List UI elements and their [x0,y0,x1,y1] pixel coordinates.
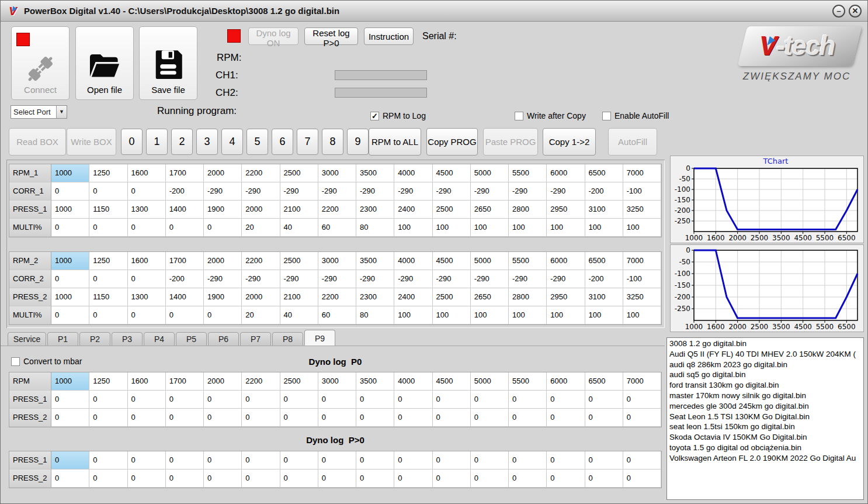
table-cell[interactable]: 0 [128,219,166,237]
digit-4-button[interactable]: 4 [221,129,243,155]
table-cell[interactable]: 2200 [242,372,280,391]
table-cell[interactable]: 0 [204,306,242,325]
table-cell[interactable]: 100 [585,306,623,325]
table-cell[interactable]: -290 [509,182,547,201]
write-box-button[interactable]: Write BOX [67,128,116,156]
table-cell[interactable]: 0 [204,470,242,488]
table-cell[interactable]: 0 [166,306,204,325]
table-cell[interactable]: 0 [471,451,509,470]
table-cell[interactable]: 2000 [242,288,280,306]
table-cell[interactable]: -290 [318,270,356,288]
table-cell[interactable]: 1700 [166,252,204,270]
table-cell[interactable]: 6000 [547,372,585,391]
close-icon[interactable]: ✕ [849,5,862,18]
table-cell[interactable]: 0 [356,391,394,409]
table-cell[interactable]: 1300 [128,288,166,306]
table-cell[interactable]: -200 [585,182,623,201]
table-cell[interactable]: 1000 [51,252,89,270]
table-cell[interactable]: 0 [51,219,89,237]
table-cell[interactable]: 0 [356,451,394,470]
table-cell[interactable]: 20 [242,219,280,237]
table-cell[interactable]: 2200 [318,201,356,219]
paste-prog-button[interactable]: Paste PROG [483,128,538,156]
table-cell[interactable]: 100 [623,219,661,237]
table-cell[interactable]: 6000 [547,164,585,182]
copy-prog-button[interactable]: Copy PROG [426,128,478,156]
table-cell[interactable]: 100 [394,306,432,325]
table-cell[interactable]: 3000 [318,252,356,270]
table-cell[interactable]: 2200 [318,288,356,306]
table-cell[interactable]: 6000 [547,252,585,270]
table-cell[interactable]: 2800 [509,201,547,219]
copy-1-to-2-button[interactable]: Copy 1->2 [543,128,596,156]
table-cell[interactable]: 0 [242,451,280,470]
table-cell[interactable]: 0 [356,409,394,427]
table-cell[interactable]: 0 [623,470,661,488]
tab-p3[interactable]: P3 [112,332,143,346]
file-list-item[interactable]: master 170km nowy silnik go digital.bin [669,391,863,401]
table-cell[interactable]: -290 [433,182,471,201]
table-cell[interactable]: 0 [623,409,661,427]
table-cell[interactable]: 0 [128,470,166,488]
table-cell[interactable]: 2500 [280,252,318,270]
table-cell[interactable]: 0 [128,306,166,325]
table-cell[interactable]: 0 [242,391,280,409]
table-cell[interactable]: -200 [585,270,623,288]
table-cell[interactable]: 0 [280,409,318,427]
tab-p4[interactable]: P4 [144,332,175,346]
table-cell[interactable]: 2650 [471,288,509,306]
digit-7-button[interactable]: 7 [297,129,318,155]
tab-p9[interactable]: P9 [304,330,335,346]
table-cell[interactable]: 2800 [509,288,547,306]
table-cell[interactable]: 0 [547,391,585,409]
table-cell[interactable]: -290 [242,182,280,201]
table-cell[interactable]: 0 [51,470,89,488]
table-cell[interactable]: 5000 [471,372,509,391]
table-cell[interactable]: 2500 [433,288,471,306]
table-cell[interactable]: 0 [204,451,242,470]
table-cell[interactable]: 60 [318,306,356,325]
table-cell[interactable]: 1150 [89,288,127,306]
table-cell[interactable]: 4500 [433,372,471,391]
tab-p8[interactable]: P8 [272,332,303,346]
table-cell[interactable]: 2500 [280,164,318,182]
table-cell[interactable]: 0 [433,470,471,488]
rpm-to-log-checkbox[interactable]: ✓RPM to Log [370,111,426,120]
table-cell[interactable]: 0 [471,409,509,427]
table-cell[interactable]: 3000 [318,372,356,391]
table-cell[interactable]: 2100 [280,288,318,306]
table-cell[interactable]: 0 [89,270,127,288]
table-cell[interactable]: 100 [509,306,547,325]
table-cell[interactable]: 1000 [51,372,89,391]
table-cell[interactable]: 4000 [394,372,432,391]
file-list-item[interactable]: Volkswagen Arteon FL 2.0 190KM 2022 Go D… [669,453,863,464]
table-cell[interactable]: 0 [89,470,127,488]
table-cell[interactable]: 0 [89,451,127,470]
table-cell[interactable]: 0 [128,182,166,201]
table-cell[interactable]: 100 [547,219,585,237]
file-list-item[interactable]: seat leon 1.5tsi 150km go digital.bin [669,422,863,432]
table-cell[interactable]: 0 [128,270,166,288]
table-cell[interactable]: 0 [585,470,623,488]
table-cell[interactable]: 2500 [280,372,318,391]
table-cell[interactable]: 3100 [585,288,623,306]
table-cell[interactable]: 0 [166,219,204,237]
digit-3-button[interactable]: 3 [196,129,218,155]
reset-log-button[interactable]: Reset log P>0 [304,27,358,45]
table-cell[interactable]: 0 [585,409,623,427]
file-list-item[interactable]: toyota 1.5 go digital od obciążenia.bin [669,443,863,453]
table-cell[interactable]: 100 [585,219,623,237]
table-cell[interactable]: 0 [471,391,509,409]
table-cell[interactable]: 4500 [433,164,471,182]
digit-9-button[interactable]: 9 [347,129,369,155]
table-cell[interactable]: 2200 [242,164,280,182]
table-cell[interactable]: -290 [356,182,394,201]
table-cell[interactable]: 6500 [585,372,623,391]
tab-p7[interactable]: P7 [240,332,271,346]
table-cell[interactable]: 1150 [89,201,127,219]
enable-autofill-checkbox[interactable]: Enable AutoFill [602,111,669,120]
table-cell[interactable]: 80 [356,219,394,237]
table-cell[interactable]: 2300 [356,201,394,219]
table-cell[interactable]: 0 [128,451,166,470]
table-cell[interactable]: 40 [280,219,318,237]
